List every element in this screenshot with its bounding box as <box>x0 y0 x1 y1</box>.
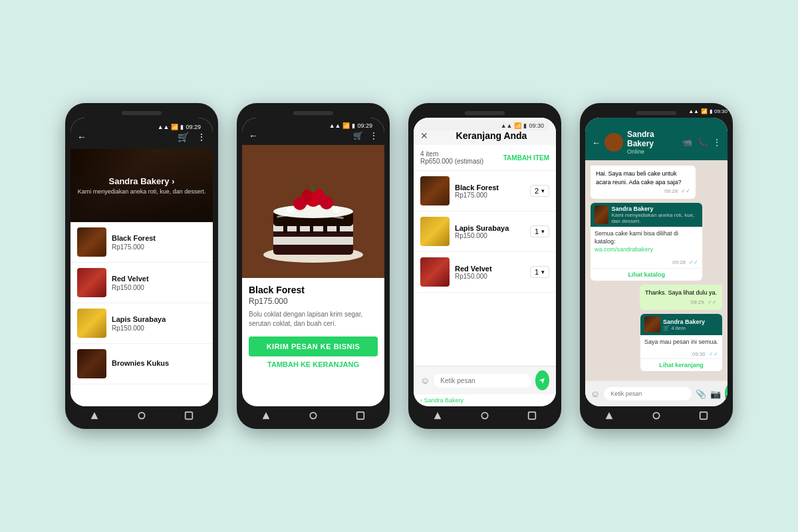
svg-rect-36 <box>700 412 708 420</box>
list-item[interactable]: Lapis Surabaya Rp150.000 <box>70 303 213 344</box>
chat-card-link[interactable]: wa.com/sandrabakery <box>595 246 653 253</box>
cart-icon[interactable]: 🛒 <box>178 132 189 142</box>
more-icon[interactable]: ⋮ <box>713 138 721 147</box>
phone-1-bottom-bar <box>70 406 213 424</box>
phone-4: ▲▲ 📶 ▮ 09:30 ← Sandra Bakery Online 📹 📞 <box>580 103 733 429</box>
mic-button[interactable]: 🎤 <box>725 384 728 403</box>
cart-item-2-info: Lapis Surabaya Rp150.000 <box>455 224 525 239</box>
svg-rect-10 <box>283 221 287 233</box>
p3-cart-summary: 4 item Rp650.000 (estimasi) TAMBAH ITEM <box>414 145 556 171</box>
p4-message-input[interactable] <box>604 387 692 400</box>
msg-time-4: 09:30 ✓✓ <box>692 351 718 357</box>
view-catalog-button[interactable]: Lihat katalog <box>591 268 702 281</box>
qty-value-3: 1 <box>535 268 539 276</box>
qty-selector-1[interactable]: 2 ▾ <box>530 185 549 197</box>
phone-top-bar-3 <box>465 111 505 115</box>
chat-card-info: Sandra Bakery Kami menyediakan aneka rot… <box>611 205 698 224</box>
item-info-2: Red Velvet Rp150.000 <box>112 275 149 291</box>
item-image-4 <box>77 349 106 378</box>
p2-product-price: Rp175.000 <box>249 297 378 306</box>
phone-3-bottom-bar <box>414 406 556 424</box>
p2-product-image <box>242 145 384 278</box>
svg-point-25 <box>333 206 340 213</box>
msg-text-3: Thanks. Saya lihat dulu ya. <box>645 289 717 296</box>
svg-marker-28 <box>262 412 269 420</box>
p1-header-actions: ← 🛒 ⋮ <box>77 132 206 142</box>
item-name-4: Brownies Kukus <box>112 359 169 367</box>
qty-selector-3[interactable]: 1 ▾ <box>530 266 549 278</box>
msg-time-2: 09:28 ✓✓ <box>672 259 698 265</box>
add-item-button[interactable]: TAMBAH ITEM <box>503 154 549 162</box>
chevron-down-icon[interactable]: ▾ <box>541 188 545 194</box>
close-icon[interactable]: ✕ <box>420 130 428 141</box>
p1-header: ▲▲ 📶 ▮ 09:29 ← 🛒 ⋮ <box>70 118 213 149</box>
item-price-1: Rp175.000 <box>112 243 156 251</box>
p3-message-input[interactable] <box>434 374 531 388</box>
battery-icon: ▮ <box>523 122 527 129</box>
video-icon[interactable]: 📹 <box>682 138 692 147</box>
item-info-3: Lapis Surabaya Rp150.000 <box>112 315 166 332</box>
msg-text-1: Hai. Saya mau beli cake untuk acara reun… <box>596 170 682 186</box>
back-icon[interactable]: ← <box>77 132 86 142</box>
add-to-cart-button[interactable]: TAMBAH KE KERANJANG <box>249 360 378 368</box>
item-info-1: Black Forest Rp175.000 <box>112 234 156 251</box>
cart-item-2-name: Lapis Surabaya <box>455 224 525 232</box>
p2-status-bar: ▲▲ 📶 ▮ 09:29 <box>249 120 378 130</box>
chat-catalog-card: Sandra Bakery Kami menyediakan aneka rot… <box>591 203 702 281</box>
signal-icon: ▲▲ <box>158 124 170 130</box>
battery-icon: ▮ <box>180 124 184 130</box>
emoji-icon[interactable]: ☺ <box>420 375 430 386</box>
p4-chat-area: Hai. Saya mau beli cake untuk acara reun… <box>585 160 728 380</box>
p3-header: ▲▲ 📶 ▮ 09:30 ✕ Keranjang Anda <box>414 118 556 145</box>
cart-item-count: 4 item <box>420 150 483 158</box>
battery-icon: ▮ <box>352 122 355 129</box>
phone-icon[interactable]: 📞 <box>698 138 708 147</box>
svg-point-1 <box>138 412 144 418</box>
mic-icon: 🎤 <box>725 390 728 398</box>
p2-detail: Black Forest Rp175.000 Bolu coklat denga… <box>242 278 384 406</box>
back-icon[interactable]: ← <box>592 138 600 148</box>
msg-time-3: 09:29 ✓✓ <box>645 299 717 306</box>
chat-message-3: Thanks. Saya lihat dulu ya. 09:29 ✓✓ <box>640 285 722 310</box>
item-name-2: Red Velvet <box>112 275 149 283</box>
wifi-icon: 📶 <box>514 122 521 129</box>
chat-card-body: Semua cake kami bisa dilihat di katalog:… <box>591 227 702 257</box>
chat-order-store: Sandra Bakery <box>663 319 705 325</box>
back-icon[interactable]: ← <box>249 130 258 141</box>
phone-3: ▲▲ 📶 ▮ 09:30 ✕ Keranjang Anda 4 item Rp6… <box>408 103 561 429</box>
cart-item-2-price: Rp150.000 <box>455 232 525 239</box>
send-message-button[interactable]: KIRIM PESAN KE BISNIS <box>249 336 378 356</box>
p3-breadcrumb: › Sandra Bakery <box>414 394 556 406</box>
attach-icon[interactable]: 📎 <box>696 389 706 399</box>
list-item[interactable]: Red Velvet Rp150.000 <box>70 263 213 303</box>
chat-order-card: Sandra Bakery 🛒 4 item Saya mau pesan in… <box>640 314 722 371</box>
more-icon[interactable]: ⋮ <box>197 132 206 142</box>
qty-selector-2[interactable]: 1 ▾ <box>530 225 549 237</box>
item-price-3: Rp150.000 <box>112 325 166 332</box>
list-item[interactable]: Brownies Kukus <box>70 344 213 384</box>
phone-1: ▲▲ 📶 ▮ 09:29 ← 🛒 ⋮ Sandra Bakery › <box>65 103 218 429</box>
svg-rect-33 <box>529 412 536 420</box>
msg-time-1: 09:28 ✓✓ <box>596 188 690 195</box>
phone-4-bottom-bar <box>585 406 728 424</box>
emoji-icon[interactable]: ☺ <box>591 388 600 399</box>
send-button[interactable]: ➤ <box>535 370 549 390</box>
cart-icon[interactable]: 🛒 <box>353 131 363 140</box>
svg-marker-31 <box>434 412 441 420</box>
item-image-1 <box>77 227 106 257</box>
camera-icon[interactable]: 📷 <box>710 389 721 399</box>
p1-cover: Sandra Bakery › Kami menyediakan aneka r… <box>70 149 213 222</box>
more-icon[interactable]: ⋮ <box>370 131 378 140</box>
chat-order-image <box>644 317 660 332</box>
svg-rect-14 <box>336 221 340 233</box>
view-cart-button[interactable]: Lihat keranjang <box>640 358 722 371</box>
p4-header-icons: 📹 📞 ⋮ <box>682 138 721 147</box>
list-item[interactable]: Black Forest Rp175.000 <box>70 222 213 263</box>
chevron-down-icon[interactable]: ▾ <box>541 269 545 275</box>
chevron-down-icon[interactable]: ▾ <box>541 228 545 235</box>
signal-icon: ▲▲ <box>329 122 341 129</box>
phone-top-bar-2 <box>293 111 333 115</box>
p4-online-status: Online <box>627 148 678 155</box>
svg-rect-30 <box>357 412 364 420</box>
item-name-3: Lapis Surabaya <box>112 315 166 323</box>
